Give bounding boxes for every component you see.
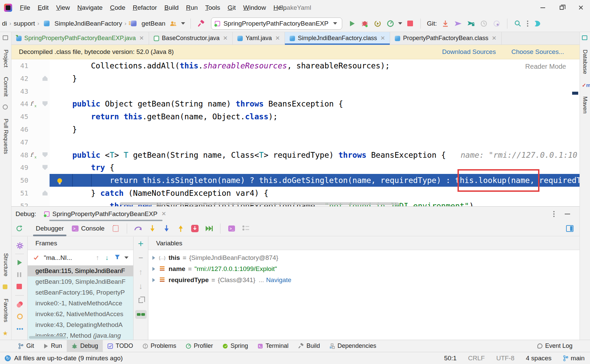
- editor-horizontal-scrollbar[interactable]: [120, 202, 399, 205]
- menu-refactor[interactable]: Refactor: [129, 3, 161, 13]
- debug-tab-console[interactable]: >_Console: [68, 221, 109, 236]
- code-line-43[interactable]: 43: [11, 85, 580, 98]
- favorites-star-icon[interactable]: ★: [3, 330, 9, 336]
- choose-sources-link[interactable]: Choose Sources...: [511, 48, 564, 56]
- run-configuration-select[interactable]: SpringPropertyPathFactoryBeanEXP: [211, 18, 343, 30]
- run-button[interactable]: [348, 20, 356, 27]
- layout-settings-icon[interactable]: [241, 224, 250, 233]
- evaluate-expression-icon[interactable]: >_: [227, 224, 236, 233]
- git-commit-push-icon[interactable]: [467, 20, 475, 27]
- editor-tab[interactable]: SpringPropertyPathFactoryBeanEXP.java✕: [11, 32, 149, 44]
- force-step-into-icon[interactable]: [162, 224, 171, 233]
- tool-window-button-build[interactable]: Build: [293, 340, 325, 352]
- tool-window-button-project[interactable]: Project: [2, 50, 9, 67]
- code-line-47[interactable]: 47: [11, 136, 580, 149]
- maximize-button[interactable]: [552, 0, 571, 15]
- stack-frame-item[interactable]: setBeanFactory:196, PropertyP: [28, 287, 133, 298]
- line-ending-indicator[interactable]: CRLF: [468, 355, 485, 362]
- users-dropdown-icon[interactable]: [181, 22, 185, 25]
- encoding-indicator[interactable]: UTF-8: [496, 355, 514, 362]
- move-down-icon[interactable]: ↓: [134, 279, 148, 293]
- breadcrumb-item-SimpleJndiBeanFactory[interactable]: SimpleJndiBeanFactory: [55, 20, 122, 27]
- step-over-icon[interactable]: [134, 224, 143, 233]
- users-icon[interactable]: [170, 20, 177, 27]
- tool-window-button-git[interactable]: Git: [13, 340, 39, 352]
- mute-breakpoints-icon[interactable]: [111, 224, 120, 233]
- resume-icon[interactable]: [17, 260, 23, 266]
- project-tool-icon[interactable]: [3, 35, 9, 41]
- menu-navigate[interactable]: Navigate: [73, 3, 106, 13]
- tab-close-icon[interactable]: ✕: [492, 35, 497, 42]
- frames-horizontal-scrollbar[interactable]: [29, 336, 66, 339]
- tool-window-button-profiler[interactable]: Profiler: [181, 340, 218, 352]
- tool-window-button-favorites[interactable]: Favorites: [2, 299, 9, 322]
- tool-window-button-terminal[interactable]: Terminal: [253, 340, 293, 352]
- editor-tab[interactable]: SimpleJndiBeanFactory.class✕: [285, 32, 390, 44]
- tool-window-button-database[interactable]: Database: [582, 50, 588, 74]
- show-watches-icon[interactable]: [134, 307, 148, 322]
- code-line-44[interactable]: 44f↑x public Object getBean(String name)…: [11, 97, 580, 110]
- menu-edit[interactable]: Edit: [34, 3, 53, 13]
- duplicate-watch-icon[interactable]: [134, 293, 148, 307]
- code-line-41[interactable]: 41 Collections.addAll(this.shareableReso…: [11, 59, 580, 72]
- status-message[interactable]: All files are up-to-date (9 minutes ago): [14, 355, 123, 362]
- vcs-status-icon[interactable]: ↻: [5, 355, 11, 361]
- git-push-icon[interactable]: [454, 20, 462, 27]
- thread-dropdown-icon[interactable]: [124, 256, 128, 259]
- editor-tab[interactable]: BaseConstructor.java✕: [149, 32, 233, 44]
- tool-window-button-dependencies[interactable]: Dependencies: [325, 340, 381, 352]
- menu-run[interactable]: Run: [182, 3, 202, 13]
- tab-close-icon[interactable]: ✕: [275, 35, 280, 42]
- expand-chevron-icon[interactable]: [152, 267, 155, 271]
- tool-window-button-structure[interactable]: Structure: [2, 253, 9, 276]
- session-close-icon[interactable]: ✕: [161, 210, 166, 217]
- code-editor[interactable]: Reader Mode 41 Collections.addAll(this.s…: [11, 59, 580, 206]
- code-line-45[interactable]: 45 return this.getBean(name, Object.clas…: [11, 110, 580, 123]
- run-to-cursor-icon[interactable]: [205, 224, 213, 233]
- fold-marker-icon[interactable]: [42, 76, 48, 81]
- code-with-me-icon[interactable]: [534, 20, 541, 27]
- stack-frame-item[interactable]: getBean:115, SimpleJndiBeanF: [28, 266, 133, 276]
- stack-frame-item[interactable]: invoke:62, NativeMethodAcces: [28, 309, 133, 320]
- menu-window[interactable]: Window: [239, 3, 270, 13]
- fold-marker-icon[interactable]: [42, 165, 48, 170]
- debug-button[interactable]: [361, 20, 368, 27]
- profiler-dropdown-icon[interactable]: [398, 22, 402, 25]
- code-line-42[interactable]: 42 }: [11, 72, 580, 85]
- stack-frame-item[interactable]: invoke0:-1, NativeMethodAcce: [28, 298, 133, 309]
- fold-marker-icon[interactable]: [42, 152, 48, 157]
- editor-tab[interactable]: PropertyPathFactoryBean.class✕: [390, 32, 501, 44]
- event-log-button[interactable]: Event Log: [537, 342, 590, 350]
- tool-window-button-commit[interactable]: Commit: [2, 77, 9, 97]
- rerun-icon[interactable]: [15, 224, 24, 233]
- tab-close-icon[interactable]: ✕: [223, 35, 228, 42]
- variable-row-this[interactable]: {...}this={SimpleJndiBeanFactory@874}: [148, 252, 580, 263]
- tool-window-button-spring[interactable]: Spring: [218, 340, 253, 352]
- intention-bulb-icon[interactable]: [56, 176, 64, 184]
- download-sources-link[interactable]: Download Sources: [442, 48, 496, 56]
- pull-requests-icon[interactable]: [3, 104, 9, 111]
- variable-row-name[interactable]: name="rmi://127.0.0.1:1099/Exploit": [148, 263, 580, 274]
- minimize-button[interactable]: [533, 0, 552, 15]
- profiler-button[interactable]: [387, 20, 394, 27]
- prev-frame-icon[interactable]: ↑: [96, 254, 99, 262]
- fold-marker-icon[interactable]: [42, 101, 48, 106]
- menu-git[interactable]: Git: [224, 3, 239, 13]
- indent-indicator[interactable]: 4 spaces: [526, 355, 552, 362]
- breadcrumb-item-support[interactable]: support: [13, 20, 35, 27]
- git-update-icon[interactable]: [442, 20, 449, 27]
- remove-watch-icon[interactable]: −: [134, 251, 148, 265]
- thread-selector[interactable]: "ma...NI... ↑ ↓: [28, 250, 133, 266]
- tool-window-button-debug[interactable]: Debug: [67, 340, 103, 352]
- build-hammer-icon[interactable]: [198, 20, 205, 27]
- step-out-icon[interactable]: [176, 224, 185, 233]
- step-into-icon[interactable]: [148, 224, 157, 233]
- navigate-link[interactable]: Navigate: [266, 276, 291, 284]
- override-method-icon[interactable]: f↑x: [30, 151, 36, 159]
- editor-tab[interactable]: Yaml.java✕: [233, 32, 285, 44]
- tool-window-button-maven[interactable]: Maven: [582, 96, 588, 114]
- menu-view[interactable]: View: [52, 3, 73, 13]
- stop-button[interactable]: [406, 20, 414, 27]
- tool-window-button-todo[interactable]: TODO: [103, 340, 138, 352]
- view-breakpoints-icon[interactable]: [17, 301, 23, 307]
